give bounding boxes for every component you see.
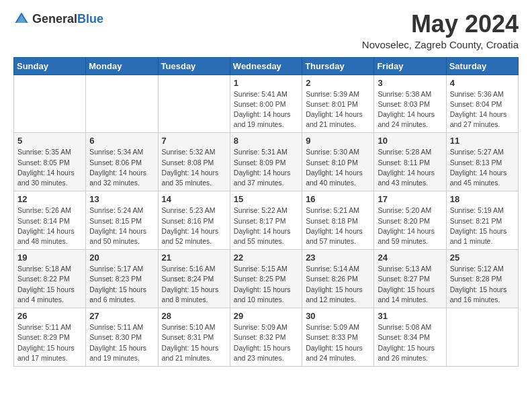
- header-friday: Friday: [374, 57, 446, 75]
- calendar-cell: 11Sunrise: 5:27 AM Sunset: 8:13 PM Dayli…: [446, 133, 518, 191]
- day-number: 28: [162, 311, 226, 321]
- day-info: Sunrise: 5:18 AM Sunset: 8:22 PM Dayligh…: [17, 264, 82, 305]
- day-number: 19: [17, 253, 82, 263]
- calendar-header-row: Sunday Monday Tuesday Wednesday Thursday…: [14, 57, 519, 75]
- calendar-cell: 25Sunrise: 5:12 AM Sunset: 8:28 PM Dayli…: [446, 250, 518, 308]
- header-sunday: Sunday: [14, 57, 86, 75]
- day-info: Sunrise: 5:15 AM Sunset: 8:25 PM Dayligh…: [234, 264, 298, 305]
- day-number: 16: [306, 194, 370, 204]
- calendar-cell: 28Sunrise: 5:10 AM Sunset: 8:31 PM Dayli…: [158, 308, 230, 367]
- day-info: Sunrise: 5:35 AM Sunset: 8:05 PM Dayligh…: [17, 147, 82, 188]
- day-info: Sunrise: 5:11 AM Sunset: 8:29 PM Dayligh…: [17, 322, 82, 363]
- calendar-cell: 22Sunrise: 5:15 AM Sunset: 8:25 PM Dayli…: [230, 250, 302, 308]
- calendar-cell: [86, 75, 158, 133]
- day-info: Sunrise: 5:27 AM Sunset: 8:13 PM Dayligh…: [450, 147, 515, 188]
- calendar-cell: 26Sunrise: 5:11 AM Sunset: 8:29 PM Dayli…: [14, 308, 86, 367]
- header-thursday: Thursday: [302, 57, 374, 75]
- day-number: 23: [306, 253, 370, 263]
- day-info: Sunrise: 5:14 AM Sunset: 8:26 PM Dayligh…: [306, 264, 370, 305]
- logo-icon: [13, 11, 30, 27]
- calendar-cell: 20Sunrise: 5:17 AM Sunset: 8:23 PM Dayli…: [86, 250, 158, 308]
- header-wednesday: Wednesday: [230, 57, 302, 75]
- calendar-cell: 24Sunrise: 5:13 AM Sunset: 8:27 PM Dayli…: [374, 250, 446, 308]
- calendar-cell: 6Sunrise: 5:34 AM Sunset: 8:06 PM Daylig…: [86, 133, 158, 191]
- day-number: 8: [234, 136, 298, 146]
- day-info: Sunrise: 5:34 AM Sunset: 8:06 PM Dayligh…: [89, 147, 154, 188]
- day-info: Sunrise: 5:32 AM Sunset: 8:08 PM Dayligh…: [162, 147, 226, 188]
- day-number: 4: [450, 78, 515, 88]
- calendar-cell: 17Sunrise: 5:20 AM Sunset: 8:20 PM Dayli…: [374, 191, 446, 250]
- calendar-cell: 8Sunrise: 5:31 AM Sunset: 8:09 PM Daylig…: [230, 133, 302, 191]
- calendar-cell: 14Sunrise: 5:23 AM Sunset: 8:16 PM Dayli…: [158, 191, 230, 250]
- calendar-cell: 19Sunrise: 5:18 AM Sunset: 8:22 PM Dayli…: [14, 250, 86, 308]
- calendar-cell: 5Sunrise: 5:35 AM Sunset: 8:05 PM Daylig…: [14, 133, 86, 191]
- calendar-week-0: 1Sunrise: 5:41 AM Sunset: 8:00 PM Daylig…: [14, 75, 519, 133]
- day-info: Sunrise: 5:10 AM Sunset: 8:31 PM Dayligh…: [162, 322, 226, 363]
- day-info: Sunrise: 5:31 AM Sunset: 8:09 PM Dayligh…: [234, 147, 298, 188]
- calendar-cell: 9Sunrise: 5:30 AM Sunset: 8:10 PM Daylig…: [302, 133, 374, 191]
- day-number: 13: [89, 194, 154, 204]
- month-title: May 2024: [362, 11, 519, 38]
- calendar-cell: 1Sunrise: 5:41 AM Sunset: 8:00 PM Daylig…: [230, 75, 302, 133]
- day-info: Sunrise: 5:21 AM Sunset: 8:18 PM Dayligh…: [306, 205, 370, 246]
- day-number: 9: [306, 136, 370, 146]
- day-info: Sunrise: 5:08 AM Sunset: 8:34 PM Dayligh…: [378, 322, 442, 363]
- day-info: Sunrise: 5:26 AM Sunset: 8:14 PM Dayligh…: [17, 205, 82, 246]
- day-info: Sunrise: 5:09 AM Sunset: 8:33 PM Dayligh…: [306, 322, 370, 363]
- day-info: Sunrise: 5:16 AM Sunset: 8:24 PM Dayligh…: [162, 264, 226, 305]
- day-number: 29: [234, 311, 298, 321]
- day-info: Sunrise: 5:17 AM Sunset: 8:23 PM Dayligh…: [89, 264, 154, 305]
- calendar-cell: 10Sunrise: 5:28 AM Sunset: 8:11 PM Dayli…: [374, 133, 446, 191]
- day-info: Sunrise: 5:24 AM Sunset: 8:15 PM Dayligh…: [89, 205, 154, 246]
- logo: GeneralBlue: [13, 11, 103, 27]
- day-info: Sunrise: 5:19 AM Sunset: 8:21 PM Dayligh…: [450, 205, 515, 246]
- day-number: 10: [378, 136, 442, 146]
- day-info: Sunrise: 5:28 AM Sunset: 8:11 PM Dayligh…: [378, 147, 442, 188]
- day-number: 21: [162, 253, 226, 263]
- day-info: Sunrise: 5:09 AM Sunset: 8:32 PM Dayligh…: [234, 322, 298, 363]
- day-number: 5: [17, 136, 82, 146]
- day-info: Sunrise: 5:30 AM Sunset: 8:10 PM Dayligh…: [306, 147, 370, 188]
- day-info: Sunrise: 5:41 AM Sunset: 8:00 PM Dayligh…: [234, 89, 298, 130]
- header: GeneralBlue May 2024 Novoselec, Zagreb C…: [13, 11, 519, 50]
- day-number: 15: [234, 194, 298, 204]
- day-number: 12: [17, 194, 82, 204]
- calendar-cell: 12Sunrise: 5:26 AM Sunset: 8:14 PM Dayli…: [14, 191, 86, 250]
- calendar-week-2: 12Sunrise: 5:26 AM Sunset: 8:14 PM Dayli…: [14, 191, 519, 250]
- day-number: 20: [89, 253, 154, 263]
- day-number: 14: [162, 194, 226, 204]
- calendar-cell: 4Sunrise: 5:36 AM Sunset: 8:04 PM Daylig…: [446, 75, 518, 133]
- calendar-cell: 27Sunrise: 5:11 AM Sunset: 8:30 PM Dayli…: [86, 308, 158, 367]
- day-number: 26: [17, 311, 82, 321]
- calendar-cell: [14, 75, 86, 133]
- day-info: Sunrise: 5:39 AM Sunset: 8:01 PM Dayligh…: [306, 89, 370, 130]
- day-info: Sunrise: 5:22 AM Sunset: 8:17 PM Dayligh…: [234, 205, 298, 246]
- logo-text-blue: Blue: [77, 12, 103, 26]
- day-info: Sunrise: 5:12 AM Sunset: 8:28 PM Dayligh…: [450, 264, 515, 305]
- day-number: 22: [234, 253, 298, 263]
- day-number: 2: [306, 78, 370, 88]
- calendar-cell: [158, 75, 230, 133]
- day-number: 31: [378, 311, 442, 321]
- calendar-cell: 31Sunrise: 5:08 AM Sunset: 8:34 PM Dayli…: [374, 308, 446, 367]
- day-number: 27: [89, 311, 154, 321]
- day-number: 17: [378, 194, 442, 204]
- day-info: Sunrise: 5:11 AM Sunset: 8:30 PM Dayligh…: [89, 322, 154, 363]
- day-info: Sunrise: 5:36 AM Sunset: 8:04 PM Dayligh…: [450, 89, 515, 130]
- day-number: 1: [234, 78, 298, 88]
- day-number: 6: [89, 136, 154, 146]
- day-info: Sunrise: 5:20 AM Sunset: 8:20 PM Dayligh…: [378, 205, 442, 246]
- day-info: Sunrise: 5:23 AM Sunset: 8:16 PM Dayligh…: [162, 205, 226, 246]
- calendar-cell: 16Sunrise: 5:21 AM Sunset: 8:18 PM Dayli…: [302, 191, 374, 250]
- logo-text-general: General: [32, 12, 77, 26]
- calendar-cell: 30Sunrise: 5:09 AM Sunset: 8:33 PM Dayli…: [302, 308, 374, 367]
- calendar-cell: 3Sunrise: 5:38 AM Sunset: 8:03 PM Daylig…: [374, 75, 446, 133]
- calendar-cell: 21Sunrise: 5:16 AM Sunset: 8:24 PM Dayli…: [158, 250, 230, 308]
- calendar-table: Sunday Monday Tuesday Wednesday Thursday…: [13, 57, 519, 367]
- day-number: 11: [450, 136, 515, 146]
- page: GeneralBlue May 2024 Novoselec, Zagreb C…: [0, 0, 532, 411]
- day-info: Sunrise: 5:13 AM Sunset: 8:27 PM Dayligh…: [378, 264, 442, 305]
- calendar-cell: 15Sunrise: 5:22 AM Sunset: 8:17 PM Dayli…: [230, 191, 302, 250]
- calendar-cell: [446, 308, 518, 367]
- calendar-week-1: 5Sunrise: 5:35 AM Sunset: 8:05 PM Daylig…: [14, 133, 519, 191]
